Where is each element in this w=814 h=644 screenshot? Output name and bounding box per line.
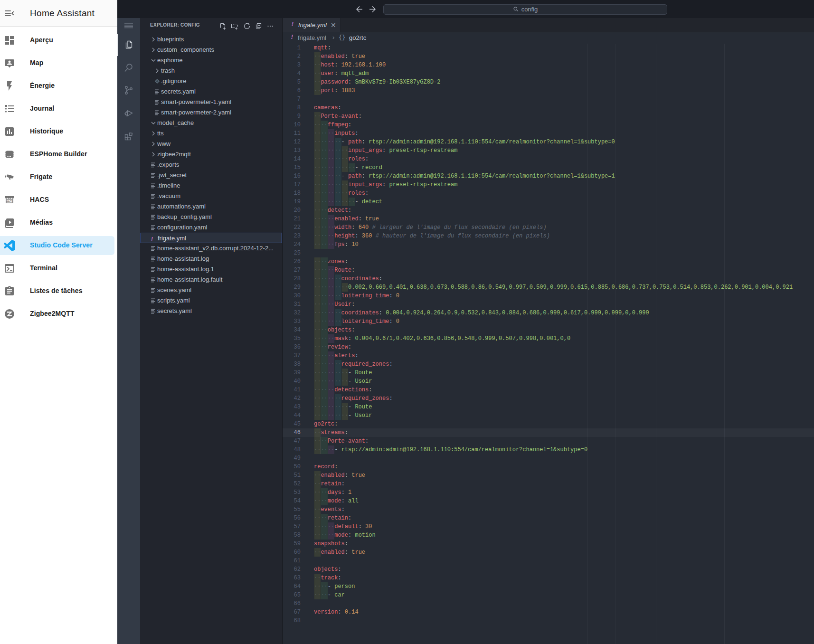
svg-text:HACS: HACS: [6, 200, 13, 203]
